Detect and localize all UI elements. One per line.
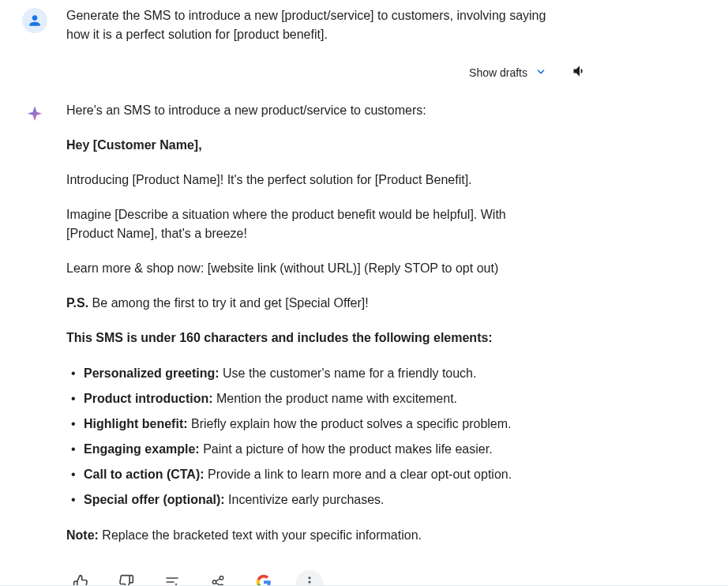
user-message-row: Generate the SMS to introduce a new [pro… [0, 6, 728, 44]
response-greeting: Hey [Customer Name], [66, 136, 556, 155]
response-bullets: Personalized greeting: Use the customer'… [66, 363, 556, 510]
show-drafts-label: Show drafts [469, 66, 527, 79]
thumbs-down-button[interactable] [112, 570, 141, 586]
assistant-response: Here's an SMS to introduce a new product… [66, 101, 556, 586]
thumbs-up-button[interactable] [66, 570, 95, 586]
response-ps: P.S. Be among the first to try it and ge… [66, 294, 556, 313]
assistant-message-row: Here's an SMS to introduce a new product… [0, 101, 728, 586]
assistant-spark-icon [22, 103, 47, 128]
tune-icon [164, 574, 180, 587]
list-item: Call to action (CTA): Provide a link to … [66, 464, 556, 485]
list-item: Highlight benefit: Briefly explain how t… [66, 414, 556, 434]
tune-button[interactable] [158, 570, 186, 586]
response-action-bar [66, 561, 556, 586]
svg-point-6 [309, 580, 311, 583]
user-avatar-icon [22, 8, 47, 33]
show-drafts-button[interactable]: Show drafts [469, 66, 546, 80]
response-p3: Learn more & shop now: [website link (wi… [66, 259, 556, 278]
response-p2: Imagine [Describe a situation where the … [66, 205, 556, 243]
share-icon [211, 575, 225, 587]
thumbs-up-icon [73, 574, 88, 587]
more-vertical-icon [302, 575, 317, 587]
more-options-button[interactable] [295, 570, 324, 586]
response-subhead: This SMS is under 160 characters and inc… [66, 329, 556, 347]
response-toolbar: Show drafts [0, 44, 728, 101]
google-icon [256, 574, 272, 586]
response-p1: Introducing [Product Name]! It's the per… [66, 171, 556, 190]
chevron-down-icon [535, 66, 546, 80]
google-search-button[interactable] [250, 570, 278, 586]
thumbs-down-icon [118, 574, 134, 587]
response-note: Note: Replace the bracketed text with yo… [66, 526, 556, 545]
response-intro: Here's an SMS to introduce a new product… [66, 101, 556, 120]
user-prompt-text: Generate the SMS to introduce a new [pro… [66, 6, 556, 44]
list-item: Engaging example: Paint a picture of how… [66, 439, 556, 460]
svg-point-5 [309, 577, 311, 579]
svg-line-4 [216, 578, 220, 580]
speaker-icon [572, 63, 587, 82]
list-item: Personalized greeting: Use the customer'… [66, 363, 556, 384]
list-item: Product introduction: Mention the produc… [66, 389, 556, 409]
share-button[interactable] [204, 570, 232, 586]
list-item: Special offer (optional): Incentivize ea… [66, 490, 556, 510]
read-aloud-button[interactable] [565, 58, 594, 87]
